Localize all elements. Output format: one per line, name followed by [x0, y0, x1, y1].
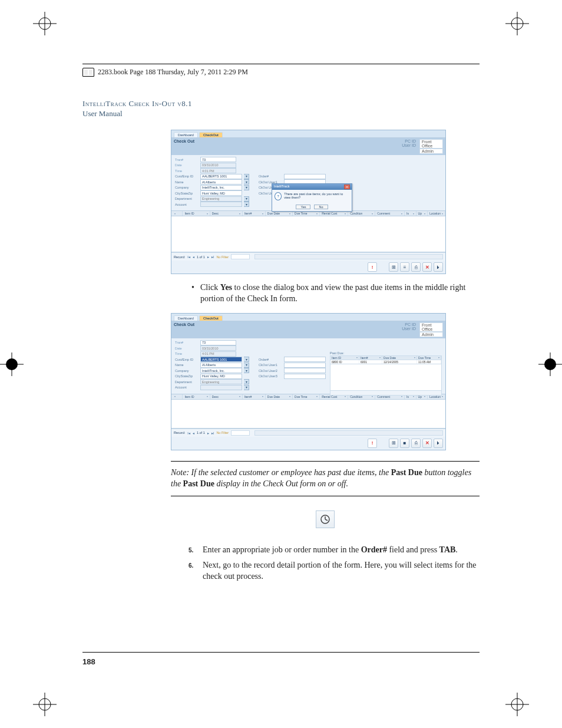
- nav-first-icon[interactable]: I◂: [187, 255, 190, 259]
- company-input[interactable]: IntelliTrack, Inc.: [200, 185, 242, 190]
- horizontal-scrollbar[interactable]: [254, 254, 443, 259]
- company-input[interactable]: IntelliTrack, Inc.: [200, 368, 242, 373]
- col-location[interactable]: Location: [428, 211, 445, 216]
- chevron-down-icon[interactable]: ▾: [244, 196, 249, 202]
- search-input[interactable]: [231, 430, 250, 436]
- name-label: Name: [175, 363, 199, 367]
- trans-input[interactable]: 73: [200, 340, 236, 345]
- col-comment[interactable]: Comment: [375, 211, 405, 216]
- acct-label: Account: [175, 203, 199, 206]
- order-input[interactable]: [284, 174, 326, 179]
- col-rentalcost[interactable]: Rental Cost: [320, 211, 348, 216]
- alert-icon[interactable]: !: [368, 439, 377, 448]
- col-duedate[interactable]: Due Date: [266, 211, 293, 216]
- chevron-down-icon[interactable]: ▾: [244, 368, 249, 373]
- chevron-down-icon[interactable]: ▾: [244, 174, 249, 179]
- nav-last-icon[interactable]: ▸I: [211, 431, 214, 435]
- alert-icon[interactable]: !: [368, 262, 377, 272]
- horizontal-scrollbar[interactable]: [254, 430, 443, 436]
- col-condition[interactable]: Condition: [348, 211, 375, 216]
- city-input[interactable]: Hunt Valley, MD: [200, 190, 242, 196]
- city-label: CityStateZip: [175, 192, 199, 195]
- city-input[interactable]: Hunt Valley, MD: [200, 374, 242, 379]
- chevron-down-icon[interactable]: ▾: [244, 385, 249, 390]
- time-label: Time: [175, 352, 199, 355]
- tool-button-1[interactable]: ⊞: [389, 439, 398, 448]
- col-itemid[interactable]: Item ID: [183, 394, 210, 399]
- col-desc[interactable]: Desc: [210, 394, 243, 399]
- pd-col-duedate[interactable]: Due Date: [382, 356, 417, 360]
- print-icon[interactable]: ⎙: [411, 439, 421, 448]
- user2-input[interactable]: [284, 368, 326, 373]
- grid-body[interactable]: [171, 216, 445, 252]
- pd-col-duetime[interactable]: Due Time: [417, 356, 441, 360]
- name-input[interactable]: Al Alberts: [200, 363, 242, 368]
- col-is[interactable]: Is: [405, 211, 416, 216]
- chevron-down-icon[interactable]: ▾: [244, 185, 249, 190]
- chevron-down-icon[interactable]: ▾: [244, 202, 249, 207]
- tool-button-2[interactable]: ■: [400, 439, 409, 448]
- note-rule-top: [171, 461, 480, 462]
- user1-label: CkOut User1: [259, 363, 282, 367]
- date-label: Date: [175, 163, 199, 167]
- company-label: Company: [175, 369, 199, 373]
- exit-icon[interactable]: ⏵: [434, 439, 443, 448]
- pd-col-itemid[interactable]: Item ID: [330, 356, 359, 360]
- cust-input[interactable]: AALBERTS 1001: [200, 357, 242, 362]
- search-input[interactable]: [231, 254, 250, 259]
- pd-col-itemno[interactable]: Item#: [359, 356, 382, 360]
- userid-value[interactable]: Admin: [419, 149, 443, 154]
- pcid-value[interactable]: Front Office: [419, 322, 443, 332]
- horizontal-scrollbar[interactable]: [330, 391, 442, 396]
- dialog-yes-button[interactable]: Yes: [296, 205, 310, 209]
- close-icon[interactable]: ×: [344, 185, 350, 189]
- past-due-row[interactable]: 6800 ID 6001 12/14/2005 11:05 AM: [330, 360, 442, 364]
- nav-first-icon[interactable]: I◂: [187, 431, 190, 435]
- cust-input[interactable]: AALBERTS 1001: [200, 174, 242, 179]
- col-desc[interactable]: Desc: [210, 211, 243, 216]
- no-filter-label[interactable]: No Filter: [216, 255, 229, 259]
- note-paragraph: Note: If the selected customer or employ…: [171, 467, 480, 490]
- col-up[interactable]: Up: [416, 211, 428, 216]
- tool-button-2[interactable]: ≡: [400, 262, 409, 272]
- print-icon[interactable]: ⎙: [411, 262, 421, 272]
- col-duetime[interactable]: Due Time: [293, 211, 320, 216]
- delete-icon[interactable]: ✕: [422, 439, 432, 448]
- col-duetime[interactable]: Due Time: [293, 394, 320, 399]
- order-label: Order#: [259, 174, 282, 178]
- svg-line-20: [325, 519, 328, 521]
- record-label: Record:: [174, 431, 185, 434]
- delete-icon[interactable]: ✕: [422, 262, 432, 272]
- chevron-down-icon[interactable]: ▾: [244, 357, 249, 362]
- nav-next-icon[interactable]: ▸: [207, 431, 209, 435]
- user1-input[interactable]: [284, 363, 326, 368]
- chevron-down-icon[interactable]: ▾: [244, 179, 249, 185]
- col-itemid[interactable]: Item ID: [183, 211, 210, 216]
- nav-last-icon[interactable]: ▸I: [211, 255, 214, 259]
- userid-value[interactable]: Admin: [419, 332, 443, 337]
- col-duedate[interactable]: Due Date: [266, 394, 293, 399]
- order-input[interactable]: [284, 357, 326, 362]
- name-input[interactable]: Al Alberts: [200, 179, 242, 185]
- nav-next-icon[interactable]: ▸: [207, 255, 209, 259]
- grid-body[interactable]: [171, 400, 445, 429]
- dialog-no-button[interactable]: No: [314, 205, 328, 209]
- dept-label: Department: [175, 197, 199, 200]
- tab-dashboard[interactable]: Dashboard: [174, 132, 198, 137]
- trans-input[interactable]: 73: [200, 157, 236, 162]
- chevron-down-icon[interactable]: ▾: [244, 379, 249, 384]
- user3-input[interactable]: [284, 374, 326, 379]
- tab-checkout[interactable]: CheckOut: [199, 132, 223, 137]
- col-itemno[interactable]: Item#: [243, 211, 266, 216]
- no-filter-label[interactable]: No Filter: [216, 431, 229, 434]
- tool-button-1[interactable]: ⊞: [389, 262, 398, 272]
- tab-dashboard[interactable]: Dashboard: [174, 315, 198, 321]
- chevron-down-icon[interactable]: ▾: [244, 363, 249, 368]
- pcid-value[interactable]: Front Office: [419, 139, 443, 149]
- exit-icon[interactable]: ⏵: [434, 262, 443, 272]
- nav-prev-icon[interactable]: ◂: [193, 255, 194, 259]
- col-itemno[interactable]: Item#: [243, 394, 266, 399]
- tab-checkout[interactable]: CheckOut: [199, 315, 223, 321]
- dialog-message: There are past due items; do you want to…: [284, 192, 349, 199]
- nav-prev-icon[interactable]: ◂: [193, 431, 194, 435]
